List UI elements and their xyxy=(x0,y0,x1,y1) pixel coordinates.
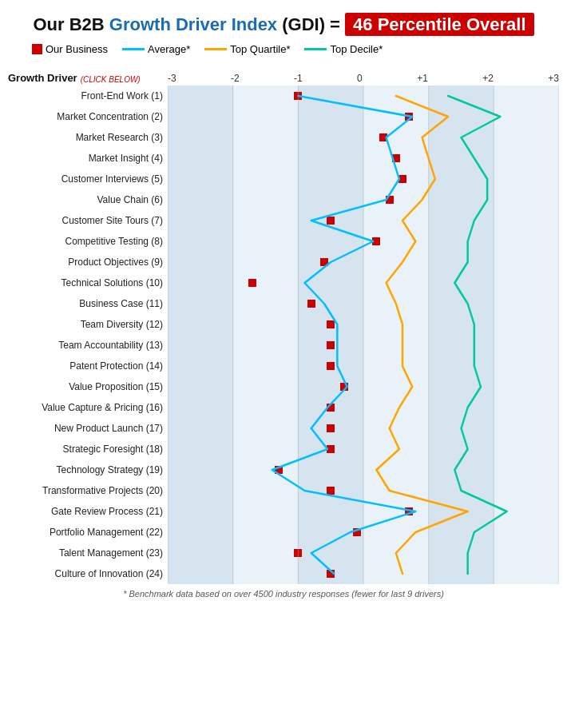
our-business-marker xyxy=(405,507,413,515)
legend-average-label: Average* xyxy=(148,43,190,55)
table-row xyxy=(168,376,559,397)
our-business-marker xyxy=(379,133,387,141)
top-decile-line-icon xyxy=(304,48,327,50)
row-label: Value Proposition (15) xyxy=(8,376,168,397)
table-row xyxy=(168,106,559,127)
table-row xyxy=(168,563,559,584)
legend-our-business: Our Business xyxy=(32,43,108,55)
axis-label-pos2: +2 xyxy=(482,73,494,84)
our-business-marker xyxy=(327,445,335,453)
table-row xyxy=(168,397,559,418)
row-label: Culture of Innovation (24) xyxy=(8,563,168,584)
chart-title: Our B2B Growth Driver Index (GDI) = 46 P… xyxy=(8,14,559,35)
table-row xyxy=(168,127,559,148)
our-business-marker xyxy=(327,487,335,495)
row-label: Technology Strategy (19) xyxy=(8,459,168,480)
table-row xyxy=(168,439,559,459)
table-row xyxy=(168,335,559,356)
row-label: Front-End Work (1) xyxy=(8,86,168,106)
legend-our-business-label: Our Business xyxy=(46,43,108,55)
our-business-marker xyxy=(327,362,335,370)
our-business-marker xyxy=(275,466,283,474)
row-label: Technical Solutions (10) xyxy=(8,273,168,293)
row-label: Talent Management (23) xyxy=(8,543,168,563)
our-business-marker xyxy=(327,341,335,349)
table-row xyxy=(168,252,559,273)
our-business-marker xyxy=(294,549,302,557)
table-row xyxy=(168,522,559,543)
table-row xyxy=(168,418,559,439)
title-prefix: Our B2B xyxy=(33,14,109,34)
row-label: Gate Review Process (21) xyxy=(8,501,168,522)
table-row xyxy=(168,459,559,480)
row-label: New Product Launch (17) xyxy=(8,418,168,439)
row-label: Market Research (3) xyxy=(8,127,168,148)
title-highlight: Growth Driver Index xyxy=(109,14,277,34)
row-label: Portfolio Management (22) xyxy=(8,522,168,543)
our-business-marker xyxy=(386,196,394,204)
footnote: * Benchmark data based on over 4500 indu… xyxy=(8,589,559,599)
our-business-icon xyxy=(32,44,42,54)
our-business-marker xyxy=(353,528,361,536)
row-label: Market Insight (4) xyxy=(8,148,168,169)
our-business-marker xyxy=(398,175,406,183)
row-label: Team Diversity (12) xyxy=(8,314,168,335)
table-row xyxy=(168,273,559,293)
growth-driver-title: Growth Driver xyxy=(8,72,77,84)
axis-label-neg2: -2 xyxy=(231,73,240,84)
table-row xyxy=(168,189,559,210)
our-business-marker xyxy=(392,154,400,162)
table-row xyxy=(168,231,559,252)
chart-rows-container xyxy=(168,86,559,584)
table-row xyxy=(168,480,559,501)
axis-label-pos3: +3 xyxy=(548,73,559,84)
table-row xyxy=(168,501,559,522)
row-label: Market Concentration (2) xyxy=(8,106,168,127)
axis-label-neg3: -3 xyxy=(168,73,176,84)
main-container: Our B2B Growth Driver Index (GDI) = 46 P… xyxy=(0,0,567,607)
chart-grid: -3 -2 -1 0 +1 +2 +3 xyxy=(168,62,559,584)
our-business-marker xyxy=(327,424,335,432)
axis-label-pos1: +1 xyxy=(417,73,428,84)
table-row xyxy=(168,169,559,189)
legend-average: Average* xyxy=(122,43,190,55)
row-label: Transformative Projects (20) xyxy=(8,480,168,501)
row-labels-list: Front-End Work (1)Market Concentration (… xyxy=(8,86,168,584)
our-business-marker xyxy=(248,279,256,287)
row-label: Strategic Foresight (18) xyxy=(8,439,168,459)
our-business-marker xyxy=(327,570,335,578)
row-label: Team Accountability (13) xyxy=(8,335,168,356)
click-below-label: (CLICK BELOW) xyxy=(81,75,141,84)
our-business-marker xyxy=(405,113,413,121)
row-label: Value Capture & Pricing (16) xyxy=(8,397,168,418)
row-label: Customer Site Tours (7) xyxy=(8,210,168,231)
axis-labels: -3 -2 -1 0 +1 +2 +3 xyxy=(168,73,559,84)
our-business-marker xyxy=(327,320,335,328)
table-row xyxy=(168,148,559,169)
axis-label-neg1: -1 xyxy=(294,73,303,84)
row-label: Product Objectives (9) xyxy=(8,252,168,273)
data-rows xyxy=(168,86,559,584)
title-middle: (GDI) = xyxy=(277,14,345,34)
table-row xyxy=(168,86,559,106)
legend-top-quartile-label: Top Quartile* xyxy=(230,43,290,55)
average-line-icon xyxy=(122,48,145,50)
legend: Our Business Average* Top Quartile* Top … xyxy=(8,43,559,55)
row-labels: Growth Driver (CLICK BELOW) Front-End Wo… xyxy=(8,62,168,584)
row-label: Competitive Testing (8) xyxy=(8,231,168,252)
table-row xyxy=(168,293,559,314)
table-row xyxy=(168,543,559,563)
top-quartile-line-icon xyxy=(204,48,227,50)
table-row xyxy=(168,210,559,231)
our-business-marker xyxy=(294,92,302,100)
our-business-marker xyxy=(307,300,315,308)
row-label: Customer Interviews (5) xyxy=(8,169,168,189)
growth-driver-header: Growth Driver (CLICK BELOW) xyxy=(8,62,168,86)
chart-area: Growth Driver (CLICK BELOW) Front-End Wo… xyxy=(8,62,559,584)
legend-top-decile: Top Decile* xyxy=(304,43,383,55)
title-badge: 46 Percentile Overall xyxy=(345,13,533,36)
our-business-marker xyxy=(340,383,348,391)
our-business-marker xyxy=(327,404,335,412)
table-row xyxy=(168,314,559,335)
axis-label-0: 0 xyxy=(357,73,363,84)
